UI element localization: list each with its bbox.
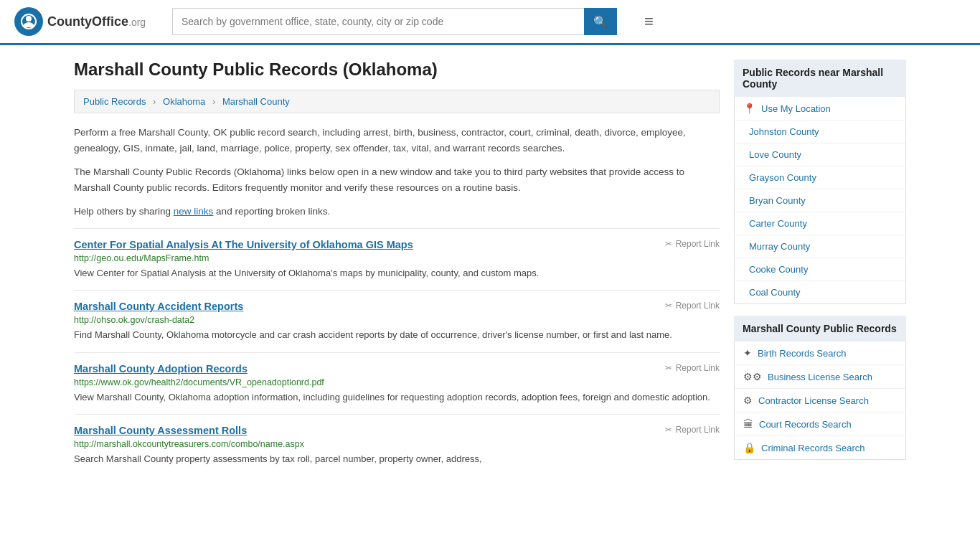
nearby-link[interactable]: Cooke County: [735, 258, 905, 281]
result-url[interactable]: http://ohso.ok.gov/crash-data2: [74, 315, 720, 325]
main-content: Marshall County Public Records (Oklahoma…: [74, 60, 720, 476]
desc3-pre: Help others by sharing: [74, 206, 174, 217]
records-heading: Marshall County Public Records: [734, 316, 906, 342]
nearby-link[interactable]: Bryan County: [735, 189, 905, 212]
nearby-section: Public Records near Marshall County 📍 Us…: [734, 60, 906, 304]
records-label: Contractor License Search: [758, 395, 869, 406]
breadcrumb-sep-2: ›: [212, 96, 215, 107]
nearby-link[interactable]: Johnston County: [735, 121, 905, 143]
report-label: Report Link: [676, 363, 720, 373]
breadcrumb-public-records[interactable]: Public Records: [83, 96, 146, 107]
records-list-item: 🔒 Criminal Records Search: [735, 436, 905, 459]
result-desc: Search Marshall County property assessme…: [74, 452, 720, 466]
records-icon: ⚙: [743, 395, 753, 406]
result-desc: View Center for Spatial Analysis at the …: [74, 266, 720, 281]
records-list: ✦ Birth Records Search ⚙⚙ Business Licen…: [734, 342, 906, 460]
breadcrumb: Public Records › Oklahoma › Marshall Cou…: [74, 90, 720, 113]
records-icon: ⚙⚙: [743, 371, 762, 382]
report-label: Report Link: [676, 425, 720, 435]
records-list-item: 🏛 Court Records Search: [735, 413, 905, 436]
records-list-item: ⚙⚙ Business License Search: [735, 365, 905, 389]
nearby-link[interactable]: 📍 Use My Location: [735, 97, 905, 120]
nearby-list-item: Murray County: [735, 235, 905, 258]
nearby-list-item: Coal County: [735, 281, 905, 303]
records-icon: ✦: [743, 347, 752, 359]
report-icon: ✂: [665, 363, 672, 373]
nearby-label: Murray County: [749, 241, 810, 252]
nearby-link[interactable]: Carter County: [735, 212, 905, 235]
report-icon: ✂: [665, 425, 672, 435]
nearby-list-item: Bryan County: [735, 189, 905, 212]
records-label: Court Records Search: [759, 419, 852, 430]
description-1: Perform a free Marshall County, OK publi…: [74, 125, 720, 156]
search-button[interactable]: 🔍: [584, 8, 617, 35]
nearby-list-item: Grayson County: [735, 166, 905, 189]
site-logo[interactable]: CountyOffice.org: [14, 7, 158, 36]
result-url[interactable]: http://geo.ou.edu/MapsFrame.htm: [74, 253, 720, 263]
search-bar: 🔍: [172, 8, 617, 35]
report-link[interactable]: ✂ Report Link: [665, 301, 720, 311]
records-link[interactable]: ⚙⚙ Business License Search: [735, 365, 905, 388]
records-label: Birth Records Search: [758, 348, 847, 359]
result-url[interactable]: http://marshall.okcountytreasurers.com/c…: [74, 439, 720, 449]
result-title[interactable]: Center For Spatial Analysis At The Unive…: [74, 239, 413, 250]
result-header: Marshall County Adoption Records ✂ Repor…: [74, 363, 720, 375]
nearby-label: Use My Location: [761, 103, 831, 114]
report-icon: ✂: [665, 301, 672, 311]
nearby-list: 📍 Use My Location Johnston County Love C…: [734, 97, 906, 304]
nearby-link[interactable]: Grayson County: [735, 166, 905, 189]
nearby-link[interactable]: Murray County: [735, 235, 905, 258]
result-desc: Find Marshall County, Oklahoma motorcycl…: [74, 328, 720, 342]
records-link[interactable]: ✦ Birth Records Search: [735, 342, 905, 364]
records-list-item: ✦ Birth Records Search: [735, 342, 905, 365]
result-item: Marshall County Accident Reports ✂ Repor…: [74, 290, 720, 352]
nearby-heading: Public Records near Marshall County: [734, 60, 906, 97]
report-label: Report Link: [676, 239, 720, 249]
records-link[interactable]: 🔒 Criminal Records Search: [735, 436, 905, 459]
sidebar: Public Records near Marshall County 📍 Us…: [734, 60, 906, 476]
result-header: Center For Spatial Analysis At The Unive…: [74, 239, 720, 250]
description-3: Help others by sharing new links and rep…: [74, 204, 720, 220]
new-links-link[interactable]: new links: [174, 206, 214, 217]
location-icon: 📍: [743, 103, 755, 114]
result-item: Marshall County Assessment Rolls ✂ Repor…: [74, 414, 720, 476]
nearby-label: Love County: [749, 149, 801, 160]
records-label: Criminal Records Search: [761, 443, 865, 453]
results-list: Center For Spatial Analysis At The Unive…: [74, 228, 720, 476]
records-link[interactable]: 🏛 Court Records Search: [735, 413, 905, 435]
report-label: Report Link: [676, 301, 720, 311]
nearby-link[interactable]: Love County: [735, 143, 905, 166]
page-title: Marshall County Public Records (Oklahoma…: [74, 60, 720, 80]
report-icon: ✂: [665, 239, 672, 249]
desc3-post: and reporting broken links.: [213, 206, 330, 217]
records-label: Business License Search: [768, 372, 872, 382]
report-link[interactable]: ✂ Report Link: [665, 425, 720, 435]
report-link[interactable]: ✂ Report Link: [665, 363, 720, 373]
logo-icon: [14, 7, 43, 36]
breadcrumb-sep-1: ›: [153, 96, 156, 107]
records-section: Marshall County Public Records ✦ Birth R…: [734, 316, 906, 460]
nearby-label: Cooke County: [749, 264, 808, 275]
nearby-label: Johnston County: [749, 126, 819, 137]
result-item: Center For Spatial Analysis At The Unive…: [74, 228, 720, 291]
report-link[interactable]: ✂ Report Link: [665, 239, 720, 249]
records-link[interactable]: ⚙ Contractor License Search: [735, 389, 905, 412]
search-icon: 🔍: [593, 15, 608, 29]
result-item: Marshall County Adoption Records ✂ Repor…: [74, 352, 720, 415]
nearby-label: Carter County: [749, 218, 807, 229]
result-title[interactable]: Marshall County Assessment Rolls: [74, 425, 247, 436]
search-input[interactable]: [172, 8, 584, 35]
description-2: The Marshall County Public Records (Okla…: [74, 164, 720, 195]
breadcrumb-oklahoma[interactable]: Oklahoma: [163, 96, 205, 107]
nearby-label: Coal County: [749, 287, 801, 298]
menu-button[interactable]: ≡: [639, 9, 659, 34]
hamburger-icon: ≡: [644, 12, 654, 30]
site-header: CountyOffice.org 🔍 ≡: [0, 0, 980, 45]
records-icon: 🔒: [743, 442, 755, 453]
result-url[interactable]: https://www.ok.gov/health2/documents/VR_…: [74, 377, 720, 387]
result-title[interactable]: Marshall County Accident Reports: [74, 301, 243, 312]
result-title[interactable]: Marshall County Adoption Records: [74, 363, 248, 375]
records-list-item: ⚙ Contractor License Search: [735, 389, 905, 413]
breadcrumb-marshall-county[interactable]: Marshall County: [222, 96, 290, 107]
nearby-link[interactable]: Coal County: [735, 281, 905, 303]
